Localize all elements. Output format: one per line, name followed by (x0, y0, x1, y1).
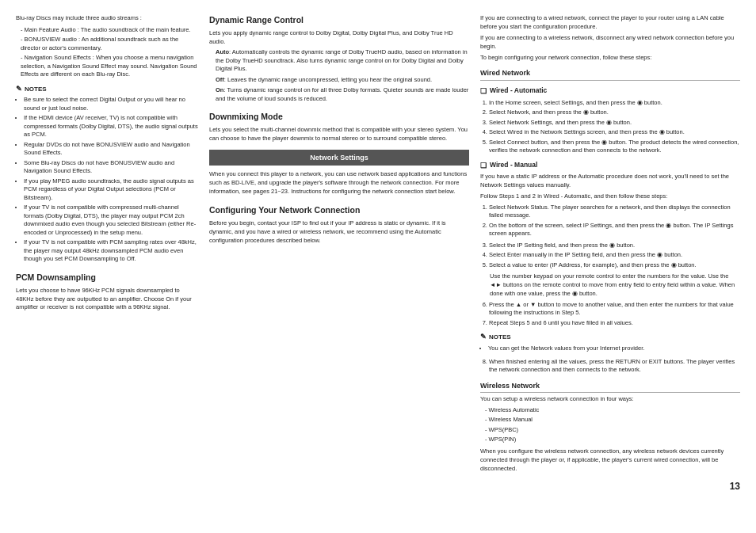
network-intro: When you connect this player to a networ… (209, 170, 469, 196)
wireless-method-2: Wireless Manual (485, 416, 740, 424)
note-3: Regular DVDs do not have BONUSVIEW audio… (24, 141, 198, 158)
col3-note-1: You can get the Network values from your… (488, 345, 740, 353)
wired-manual-step-1: Select Network Status. The player search… (489, 204, 740, 220)
note-5: If you play MPEG audio soundtracks, the … (24, 177, 198, 203)
wired-manual-steps: Select Network Status. The player search… (480, 204, 740, 238)
col1-notes: NOTES Be sure to select the correct Digi… (16, 84, 198, 264)
note-6: If your TV is not compatible with compre… (24, 204, 198, 237)
dynamic-list: Auto: Automatically controls the dynamic… (209, 48, 469, 103)
wired-connect-text: If you are connecting to a wired network… (480, 14, 740, 32)
manual-step-3: Select the IP Setting field, and then pr… (489, 242, 740, 250)
wireless-method-4: WPS(PIN) (485, 436, 740, 444)
col1-intro: Blu-ray Discs may include three audio st… (16, 14, 198, 23)
column-1: Blu-ray Discs may include three audio st… (16, 14, 198, 493)
column-2: Dynamic Range Control Lets you apply dyn… (209, 14, 469, 493)
dynamic-item-on: On: Turns dynamic range control on for a… (216, 86, 469, 103)
col3-notes: NOTES You can get the Network values fro… (480, 332, 740, 352)
audio-item-1: Main Feature Audio : The audio soundtrac… (21, 26, 198, 35)
page-layout: Blu-ray Discs may include three audio st… (16, 14, 740, 493)
dynamic-intro: Lets you apply dynamic range control to … (209, 29, 469, 47)
config-title: Configuring Your Network Connection (209, 204, 469, 216)
manual-steps-cont: Select the IP Setting field, and then pr… (480, 242, 740, 270)
dynamic-on-text: : Turns dynamic range control on for all… (216, 86, 468, 102)
page-number: 13 (480, 480, 740, 493)
wired-manual-heading: Wired - Manual (480, 161, 740, 171)
wireless-method-1: Wireless Automatic (485, 406, 740, 415)
manual-step-4: Select Enter manually in the IP Setting … (489, 251, 740, 260)
dynamic-on-label: On (216, 86, 223, 93)
wireless-network-heading: Wireless Network (480, 381, 740, 394)
dynamic-off-text: : Leaves the dynamic range uncompressed,… (224, 76, 432, 83)
dynamic-auto-text: : Automatically controls the dynamic ran… (216, 48, 468, 72)
final-step-list: When finished entering all the values, p… (480, 358, 740, 375)
wired-manual-follow: Follow Steps 1 and 2 in Wired - Automati… (480, 192, 740, 201)
wireless-method-3: WPS(PBC) (485, 426, 740, 435)
col3-notes-list: You can get the Network values from your… (480, 345, 740, 353)
wired-auto-step-2: Select Network, and then press the ◉ but… (489, 109, 740, 117)
wireless-note: When you configure the wireless network … (480, 447, 740, 474)
wired-network-heading: Wired Network (480, 68, 740, 81)
downmix-text: Lets you select the multi-channel downmi… (209, 126, 469, 143)
network-settings-bar: Network Settings (209, 150, 469, 166)
audio-item-3: Navigation Sound Effects : When you choo… (21, 54, 198, 79)
begin-text: To begin configuring your network connec… (480, 54, 740, 63)
audio-item-2: BONUSVIEW audio : An additional soundtra… (21, 36, 198, 52)
step-6: Press the ▲ or ▼ button to move to anoth… (489, 301, 740, 318)
wired-auto-step-3: Select Network Settings, and then press … (489, 119, 740, 128)
col1-notes-list: Be sure to select the correct Digital Ou… (16, 96, 198, 264)
wired-auto-step-4: Select Wired in the Network Settings scr… (489, 128, 740, 137)
wired-manual-step-2: On the bottom of the screen, select IP S… (489, 222, 740, 238)
column-3: If you are connecting to a wired network… (480, 14, 740, 493)
wireless-connect-text: If you are connecting to a wireless netw… (480, 34, 740, 51)
downmix-title: Downmixing Mode (209, 111, 469, 123)
wireless-methods: Wireless Automatic Wireless Manual WPS(P… (480, 406, 740, 444)
pcm-title: PCM Downsampling (16, 272, 198, 284)
config-text: Before you begin, contact your ISP to fi… (209, 219, 469, 246)
step-7: Repeat Steps 5 and 6 until you have fill… (489, 319, 740, 328)
audio-list: Main Feature Audio : The audio soundtrac… (16, 26, 198, 79)
wired-auto-step-5: Select Connect button, and then press th… (489, 139, 740, 155)
manual-step-5: Select a value to enter (IP Address, for… (489, 261, 740, 270)
dynamic-item-off: Off: Leaves the dynamic range uncompress… (216, 76, 469, 85)
dynamic-item-auto: Auto: Automatically controls the dynamic… (216, 48, 469, 74)
final-step: When finished entering all the values, p… (489, 358, 740, 375)
col3-notes-title: NOTES (480, 332, 740, 342)
keypad-text: Use the number keypad on your remote con… (490, 272, 740, 299)
note-1: Be sure to select the correct Digital Ou… (24, 96, 198, 112)
pcm-text: Lets you choose to have 96KHz PCM signal… (16, 287, 198, 313)
dynamic-auto-label: Auto (216, 48, 229, 55)
dynamic-title: Dynamic Range Control (209, 14, 469, 26)
wired-auto-steps: In the Home screen, select Settings, and… (480, 99, 740, 155)
steps-cont: Press the ▲ or ▼ button to move to anoth… (480, 301, 740, 328)
note-4: Some Blu-ray Discs do not have BONUSVIEW… (24, 159, 198, 176)
wired-auto-heading: Wired - Automatic (480, 86, 740, 97)
wireless-intro: You can setup a wireless network connect… (480, 395, 740, 404)
note-7: If your TV is not compatible with PCM sa… (24, 238, 198, 264)
col3-bottom: Select the IP Setting field, and then pr… (480, 242, 740, 474)
wired-auto-step-1: In the Home screen, select Settings, and… (489, 99, 740, 108)
wired-manual-intro: If you have a static IP address or the A… (480, 173, 740, 190)
col1-notes-title: NOTES (16, 84, 198, 94)
dynamic-off-label: Off (216, 76, 224, 83)
note-2: If the HDMI device (AV receiver, TV) is … (24, 114, 198, 139)
